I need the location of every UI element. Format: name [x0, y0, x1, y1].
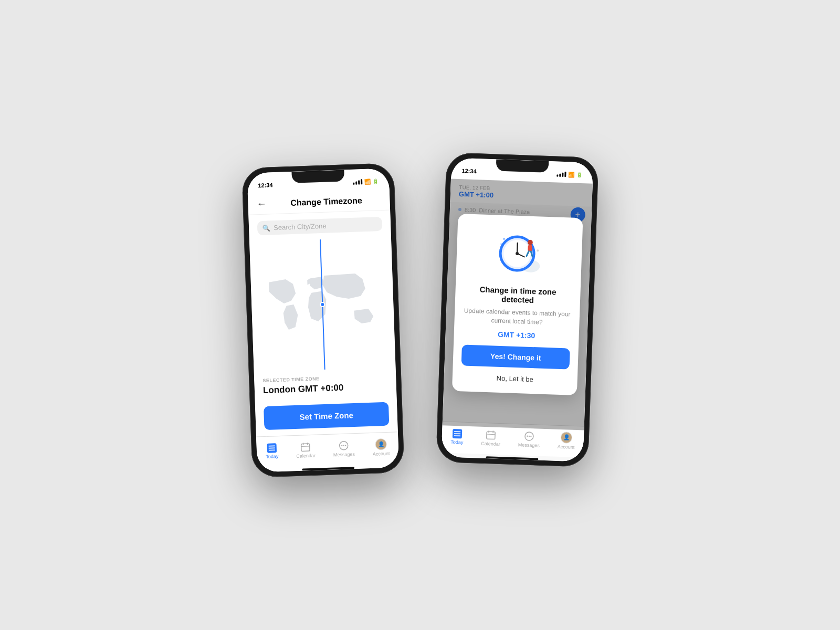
- svg-point-26: [527, 435, 528, 436]
- tab-messages-label-2: Messages: [518, 442, 540, 448]
- phone2-content: TUE, 12 FEB GMT +1:00 + 8:30 Dinner at T…: [441, 178, 592, 461]
- modal-timezone-value: GMT +1:30: [462, 329, 570, 341]
- phone-2: 12:34 📶 🔋 TUE, 12 FEB GMT +1:00: [436, 152, 598, 467]
- modal-overlay: Change in time zone detected Update cale…: [443, 178, 593, 430]
- tab-calendar-2[interactable]: Calendar: [481, 429, 501, 446]
- svg-rect-0: [301, 444, 310, 452]
- clock-illustration: [492, 225, 546, 279]
- messages-icon-1: [338, 440, 349, 451]
- no-let-be-button[interactable]: No, Let it be: [494, 372, 536, 386]
- tab-messages-2[interactable]: Messages: [518, 430, 540, 448]
- today-icon-1: [267, 443, 277, 453]
- svg-point-28: [530, 435, 531, 436]
- bar2: [355, 182, 357, 185]
- bar4: [361, 179, 362, 184]
- signal-bars-2: [556, 171, 566, 177]
- svg-line-3: [301, 446, 310, 447]
- svg-point-6: [343, 445, 344, 446]
- tab-bar-1: Today Calendar: [256, 432, 399, 468]
- home-indicator-2: [486, 456, 538, 460]
- page-title-1: Change Timezone: [271, 195, 382, 208]
- back-button[interactable]: ←: [256, 198, 267, 211]
- tab-messages-label-1: Messages: [333, 452, 355, 457]
- svg-point-7: [345, 445, 346, 446]
- tab-today-label-1: Today: [266, 454, 278, 459]
- search-bar[interactable]: 🔍 Search City/Zone: [257, 217, 383, 235]
- notch-1: [291, 170, 344, 183]
- tab-account-1[interactable]: 👤 Account: [372, 438, 390, 456]
- time-2: 12:34: [461, 167, 477, 174]
- modal-description: Update calendar events to match your cur…: [463, 306, 571, 328]
- tab-account-label-1: Account: [373, 450, 390, 456]
- tab-account-2[interactable]: 👤 Account: [558, 431, 575, 449]
- selected-zone-value: London GMT +0:00: [263, 381, 388, 396]
- signal-bars-1: [353, 179, 362, 185]
- tab-calendar-label-1: Calendar: [296, 453, 316, 458]
- wifi-icon-2: 📶: [568, 172, 574, 177]
- modal-card: Change in time zone detected Update cale…: [452, 214, 583, 396]
- svg-point-18: [503, 238, 505, 240]
- search-icon: 🔍: [262, 224, 270, 232]
- phone1-content: ← Change Timezone 🔍 Search City/Zone: [248, 189, 399, 472]
- svg-rect-15: [528, 245, 532, 251]
- today-icon-2: [453, 428, 463, 438]
- battery-icon-1: 🔋: [373, 178, 379, 184]
- notch-2: [496, 159, 549, 172]
- status-icons-1: 📶 🔋: [353, 178, 379, 185]
- bar1: [353, 183, 354, 185]
- tab-today-2[interactable]: Today: [450, 428, 464, 445]
- home-indicator-1: [302, 467, 354, 470]
- bar3: [358, 180, 360, 184]
- phone-1: 12:34 📶 🔋 ← Change Timezone: [242, 163, 404, 478]
- search-placeholder: Search City/Zone: [274, 222, 327, 232]
- calendar-icon-2: [486, 429, 497, 440]
- messages-icon-2: [524, 430, 535, 442]
- tab-messages-1[interactable]: Messages: [333, 440, 355, 457]
- yes-change-button[interactable]: Yes! Change it: [461, 345, 570, 370]
- svg-point-27: [529, 435, 530, 436]
- tab-account-label-2: Account: [558, 444, 575, 449]
- tab-today-label-2: Today: [450, 439, 463, 445]
- selected-zone-section: SELECTED TIME ZONE London GMT +0:00: [254, 367, 397, 402]
- svg-rect-21: [487, 432, 495, 439]
- svg-line-24: [487, 434, 495, 435]
- battery-icon-2: 🔋: [576, 172, 582, 177]
- tab-calendar-1[interactable]: Calendar: [296, 441, 316, 458]
- time-1: 12:34: [258, 182, 273, 188]
- calendar-icon-1: [300, 441, 311, 452]
- wifi-icon-1: 📶: [364, 178, 371, 184]
- tab-today-1[interactable]: Today: [265, 443, 278, 459]
- avatar-2: 👤: [560, 432, 572, 444]
- avatar-1: 👤: [375, 438, 387, 450]
- world-map[interactable]: [258, 237, 387, 372]
- svg-point-20: [537, 249, 539, 251]
- svg-point-5: [341, 445, 342, 446]
- set-timezone-button[interactable]: Set Time Zone: [264, 402, 389, 430]
- tab-calendar-label-2: Calendar: [481, 440, 500, 446]
- modal-illustration: [492, 225, 546, 279]
- modal-title: Change in time zone detected: [464, 284, 572, 306]
- status-icons-2: 📶 🔋: [556, 171, 582, 178]
